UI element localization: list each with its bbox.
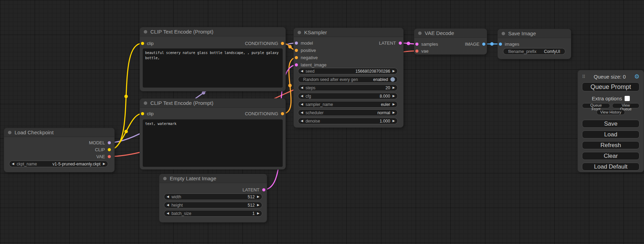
- image-slot-icon[interactable]: [499, 43, 502, 46]
- toggle-enabled-icon[interactable]: [390, 77, 395, 82]
- height-widget[interactable]: ◀ height 512 ▶: [164, 202, 262, 208]
- increment-arrow-icon[interactable]: ▶: [103, 162, 105, 165]
- decrement-arrow-icon[interactable]: ◀: [301, 119, 303, 123]
- latent-slot-icon[interactable]: [262, 188, 265, 191]
- node-load-checkpoint[interactable]: Load Checkpoint MODEL CLIP VAE ◀ ckpt_na…: [4, 128, 114, 172]
- conditioning-slot-icon[interactable]: [295, 56, 298, 59]
- filename-prefix-widget[interactable]: filename_prefix ComfyUI: [503, 48, 565, 55]
- seed-widget[interactable]: ◀ seed 156680208700286 ▶: [298, 68, 398, 74]
- increment-arrow-icon[interactable]: ▶: [257, 204, 259, 207]
- decrement-arrow-icon[interactable]: ◀: [301, 94, 303, 98]
- node-title-bar[interactable]: Empty Latent Image: [159, 174, 267, 183]
- output-slot-conditioning[interactable]: CONDITIONING: [245, 40, 284, 46]
- decrement-arrow-icon[interactable]: ◀: [167, 212, 169, 215]
- decrement-arrow-icon[interactable]: ◀: [301, 103, 303, 106]
- node-title-bar[interactable]: CLIP Text Encode (Prompt): [140, 99, 285, 108]
- output-slot-latent[interactable]: LATENT: [242, 187, 265, 193]
- random-seed-toggle-widget[interactable]: Random seed after every gen enabled: [298, 76, 398, 83]
- increment-arrow-icon[interactable]: ▶: [392, 70, 395, 73]
- collapse-dot-icon[interactable]: [502, 32, 505, 35]
- input-slot-images[interactable]: images: [499, 41, 519, 47]
- denoise-widget[interactable]: ◀ denoise 1.000 ▶: [298, 118, 398, 124]
- increment-arrow-icon[interactable]: ▶: [392, 111, 395, 114]
- ckpt-name-widget[interactable]: ◀ ckpt_name v1-5-pruned-emaonly.ckpt ▶: [9, 161, 108, 167]
- input-slot-clip[interactable]: clip: [141, 110, 154, 117]
- decrement-arrow-icon[interactable]: ◀: [301, 111, 303, 114]
- collapse-dot-icon[interactable]: [163, 177, 167, 180]
- collapse-dot-icon[interactable]: [8, 131, 11, 134]
- clip-slot-icon[interactable]: [141, 112, 144, 115]
- view-queue-button[interactable]: View Queue: [612, 103, 639, 108]
- vae-slot-icon[interactable]: [415, 49, 418, 53]
- conditioning-slot-icon[interactable]: [281, 112, 284, 115]
- increment-arrow-icon[interactable]: ▶: [392, 86, 395, 89]
- collapse-dot-icon[interactable]: [144, 30, 147, 34]
- node-title-bar[interactable]: KSampler: [294, 28, 403, 37]
- decrement-arrow-icon[interactable]: ◀: [12, 162, 14, 165]
- input-slot-positive[interactable]: positive: [295, 47, 316, 53]
- decrement-arrow-icon[interactable]: ◀: [301, 86, 303, 89]
- decrement-arrow-icon[interactable]: ◀: [301, 70, 303, 73]
- positive-prompt-textarea[interactable]: beautiful scenery nature glass bottle la…: [143, 48, 283, 88]
- drag-handle-icon[interactable]: ⠿: [582, 74, 585, 79]
- refresh-button[interactable]: Refresh: [582, 141, 639, 149]
- latent-slot-icon[interactable]: [295, 63, 298, 66]
- cfg-widget[interactable]: ◀ cfg 8.000 ▶: [298, 93, 398, 99]
- clip-slot-icon[interactable]: [141, 42, 144, 45]
- batch-size-widget[interactable]: ◀ batch_size 1 ▶: [164, 210, 262, 217]
- scheduler-widget[interactable]: ◀ scheduler normal ▶: [298, 109, 398, 116]
- input-slot-negative[interactable]: negative: [295, 54, 318, 61]
- conditioning-slot-icon[interactable]: [295, 49, 298, 52]
- node-ksampler[interactable]: KSampler model positive negative latent_…: [294, 28, 403, 127]
- clear-button[interactable]: Clear: [582, 152, 639, 160]
- gear-icon[interactable]: ⚙: [634, 73, 639, 80]
- input-slot-model[interactable]: model: [295, 40, 313, 46]
- output-slot-clip[interactable]: CLIP: [95, 146, 111, 153]
- input-slot-samples[interactable]: samples: [415, 41, 438, 47]
- collapse-dot-icon[interactable]: [298, 31, 301, 34]
- sampler-name-widget[interactable]: ◀ sampler_name euler ▶: [298, 101, 398, 108]
- input-slot-vae[interactable]: vae: [415, 48, 429, 54]
- node-title-bar[interactable]: CLIP Text Encode (Prompt): [140, 27, 285, 36]
- queue-front-button[interactable]: Queue Front: [582, 103, 610, 108]
- image-slot-icon[interactable]: [482, 43, 485, 46]
- save-button[interactable]: Save: [582, 120, 639, 128]
- increment-arrow-icon[interactable]: ▶: [392, 119, 395, 123]
- node-empty-latent-image[interactable]: Empty Latent Image LATENT ◀ width 512 ▶ …: [159, 174, 267, 222]
- increment-arrow-icon[interactable]: ▶: [257, 195, 259, 198]
- collapse-dot-icon[interactable]: [144, 101, 147, 105]
- increment-arrow-icon[interactable]: ▶: [392, 103, 395, 106]
- extra-options-checkbox[interactable]: [625, 96, 630, 101]
- node-vae-decode[interactable]: VAE Decode samples vae IMAGE: [414, 29, 487, 54]
- output-slot-model[interactable]: MODEL: [89, 139, 111, 146]
- width-widget[interactable]: ◀ width 512 ▶: [164, 193, 262, 200]
- input-slot-latent-image[interactable]: latent_image: [295, 62, 326, 68]
- negative-prompt-textarea[interactable]: text, watermark: [143, 119, 283, 167]
- model-slot-icon[interactable]: [295, 42, 298, 45]
- node-clip-text-encode-negative[interactable]: CLIP Text Encode (Prompt) clip CONDITION…: [140, 99, 285, 169]
- load-default-button[interactable]: Load Default: [582, 163, 639, 171]
- output-slot-vae[interactable]: VAE: [96, 153, 111, 160]
- increment-arrow-icon[interactable]: ▶: [257, 212, 259, 215]
- increment-arrow-icon[interactable]: ▶: [392, 94, 395, 98]
- node-title-bar[interactable]: Load Checkpoint: [4, 128, 114, 137]
- queue-prompt-button[interactable]: Queue Prompt: [582, 82, 639, 91]
- decrement-arrow-icon[interactable]: ◀: [167, 204, 169, 207]
- steps-widget[interactable]: ◀ steps 20 ▶: [298, 84, 398, 91]
- output-slot-conditioning[interactable]: CONDITIONING: [245, 110, 284, 117]
- node-save-image[interactable]: Save Image images filename_prefix ComfyU…: [498, 29, 571, 59]
- node-title-bar[interactable]: Save Image: [498, 29, 571, 38]
- decrement-arrow-icon[interactable]: ◀: [167, 195, 169, 198]
- clip-slot-icon[interactable]: [108, 148, 111, 151]
- output-slot-latent[interactable]: LATENT: [379, 40, 402, 46]
- output-slot-image[interactable]: IMAGE: [465, 41, 485, 47]
- model-slot-icon[interactable]: [108, 141, 111, 144]
- view-history-button[interactable]: View History: [597, 110, 625, 115]
- node-title-bar[interactable]: VAE Decode: [414, 29, 487, 38]
- node-graph-canvas[interactable]: Load Checkpoint MODEL CLIP VAE ◀ ckpt_na…: [0, 0, 644, 244]
- input-slot-clip[interactable]: clip: [141, 40, 154, 46]
- load-button[interactable]: Load: [582, 130, 639, 138]
- latent-slot-icon[interactable]: [399, 42, 402, 45]
- collapse-dot-icon[interactable]: [418, 31, 422, 35]
- conditioning-slot-icon[interactable]: [281, 42, 284, 45]
